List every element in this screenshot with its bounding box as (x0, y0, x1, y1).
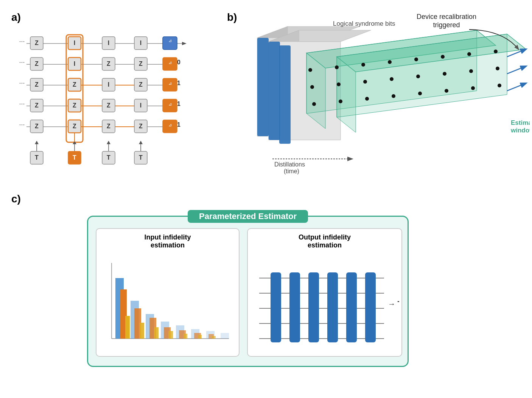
output-box-title: Output infidelity estimation (299, 233, 351, 249)
svg-marker-88 (139, 141, 143, 144)
svg-rect-179 (365, 272, 376, 342)
svg-text:Z: Z (35, 102, 39, 109)
estimator-box: Parameterized Estimator Input infidelity… (87, 216, 409, 367)
svg-text:I: I (74, 40, 75, 46)
svg-text:···: ··· (19, 58, 25, 66)
svg-text:···: ··· (19, 100, 25, 107)
svg-point-109 (361, 63, 365, 67)
svg-point-119 (416, 75, 420, 78)
svg-text:1: 1 (177, 80, 180, 86)
svg-text:⊿: ⊿ (168, 102, 172, 106)
svg-rect-167 (198, 335, 202, 339)
svg-text:Z: Z (139, 61, 143, 67)
svg-point-115 (310, 85, 314, 89)
svg-text:Z: Z (35, 123, 39, 129)
svg-text:⊿: ⊿ (168, 123, 172, 127)
svg-point-124 (339, 100, 342, 103)
svg-rect-162 (125, 316, 130, 339)
svg-text:(time): (time) (284, 168, 299, 174)
svg-point-116 (337, 82, 341, 86)
svg-rect-154 (221, 333, 229, 339)
svg-point-129 (471, 86, 475, 90)
svg-point-110 (388, 60, 392, 64)
svg-text:···: ··· (19, 37, 25, 45)
svg-line-133 (507, 83, 526, 91)
svg-text:T: T (139, 154, 143, 161)
svg-text:Z: Z (107, 61, 110, 67)
svg-text:Z: Z (35, 81, 39, 88)
svg-text:Z: Z (139, 81, 143, 88)
svg-text:···: ··· (19, 79, 25, 87)
svg-rect-165 (168, 331, 173, 339)
svg-rect-163 (140, 323, 144, 339)
circuit-diagram: ··· ··· ··· ··· ··· Z Z Z Z Z I I Z (15, 9, 212, 180)
svg-point-107 (308, 68, 312, 72)
svg-text:I: I (140, 102, 142, 109)
svg-text:Z: Z (107, 123, 110, 129)
input-box-title: Input infidelity estimation (145, 233, 191, 249)
svg-point-112 (441, 55, 445, 59)
svg-rect-174 (271, 272, 281, 342)
svg-rect-168 (212, 336, 216, 339)
svg-text:I: I (108, 40, 109, 46)
svg-rect-166 (184, 334, 187, 339)
svg-text:Z: Z (35, 61, 39, 67)
input-estimation-box: Input infidelity estimation (96, 228, 240, 357)
svg-point-122 (496, 67, 499, 70)
estimator-title: Parameterized Estimator (188, 210, 308, 223)
svg-text:1: 1 (177, 101, 180, 107)
svg-rect-176 (308, 272, 319, 342)
svg-text:Z: Z (73, 102, 76, 109)
distillation-diagram: Distillations (time) Logical syndrome bi… (219, 8, 530, 185)
svg-marker-76 (35, 141, 39, 144)
svg-text:→ T: → T (388, 300, 399, 308)
svg-text:⊿: ⊿ (168, 81, 172, 86)
svg-text:Estimator: Estimator (511, 119, 530, 126)
svg-rect-178 (346, 272, 357, 342)
svg-marker-84 (107, 141, 110, 144)
svg-rect-177 (327, 272, 338, 342)
svg-point-114 (494, 50, 498, 53)
svg-text:Z: Z (73, 123, 76, 129)
svg-text:Distillations: Distillations (274, 161, 305, 168)
svg-point-121 (469, 69, 473, 73)
svg-text:I: I (140, 40, 142, 46)
svg-point-127 (418, 92, 422, 95)
svg-text:triggered: triggered (433, 21, 460, 29)
svg-point-111 (414, 58, 418, 61)
svg-point-126 (392, 94, 395, 98)
svg-rect-98 (257, 38, 269, 136)
svg-line-132 (507, 66, 526, 74)
svg-text:T: T (107, 154, 110, 161)
svg-point-113 (467, 52, 471, 56)
svg-point-108 (335, 65, 339, 69)
svg-text:I: I (74, 61, 75, 67)
svg-text:Z: Z (139, 123, 143, 129)
svg-rect-175 (289, 272, 300, 342)
svg-text:Z: Z (73, 81, 76, 88)
svg-point-117 (363, 80, 367, 84)
svg-text:⊿: ⊿ (168, 38, 172, 43)
estimator-flow: Syndromes 0000, 0010, ... Parameterized … (11, 193, 522, 386)
svg-text:···: ··· (19, 121, 25, 128)
svg-rect-99 (269, 42, 280, 140)
svg-text:⊿: ⊿ (168, 60, 172, 65)
output-estimation-box: Output infidelity estimation → T (247, 228, 402, 357)
svg-point-120 (443, 72, 446, 76)
svg-text:Z: Z (35, 40, 39, 46)
svg-point-130 (498, 84, 501, 87)
svg-point-125 (365, 97, 369, 101)
svg-rect-164 (154, 327, 159, 339)
svg-point-128 (445, 89, 448, 93)
svg-text:I: I (108, 81, 109, 88)
svg-text:Z: Z (107, 102, 110, 109)
svg-point-118 (390, 77, 394, 81)
svg-text:windows: windows (510, 127, 530, 134)
svg-point-123 (312, 102, 316, 106)
svg-text:0: 0 (177, 59, 180, 65)
svg-text:1: 1 (177, 121, 180, 128)
svg-rect-100 (279, 45, 291, 144)
svg-text:Logical syndrome bits: Logical syndrome bits (333, 20, 395, 27)
svg-text:T: T (73, 154, 76, 161)
svg-text:T: T (35, 154, 39, 161)
